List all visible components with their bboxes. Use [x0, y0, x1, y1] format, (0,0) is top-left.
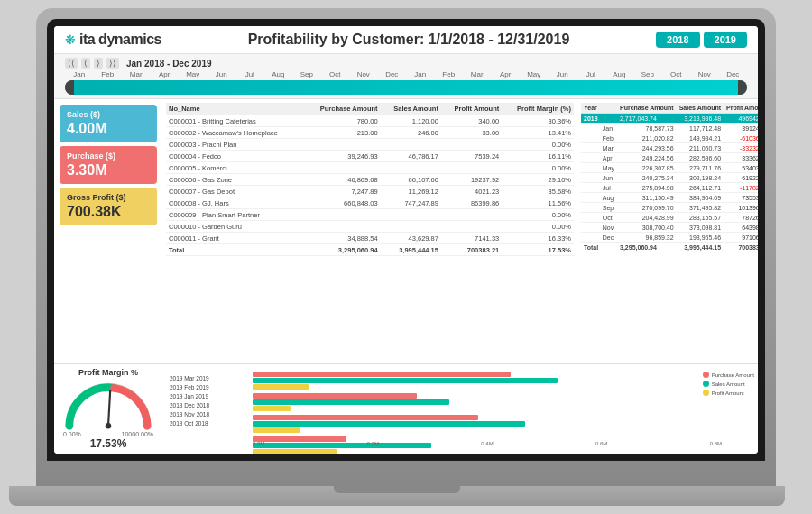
cell-name: C000001 - Britting Cafeterias	[166, 115, 304, 127]
month-year	[581, 193, 600, 203]
cell-name: C000007 - Gas Depot	[166, 186, 304, 197]
cell-margin: 0.00%	[502, 221, 574, 233]
timeline-bar[interactable]	[65, 80, 747, 95]
month-purchase: 78,587.73	[617, 124, 677, 133]
table-row: C000010 - Garden Guru 0.00%	[166, 221, 574, 233]
yearly-month-row: May 226,307.85 279,711.76 53403.91 19.09…	[581, 163, 758, 173]
year-2018-button[interactable]: 2018	[656, 32, 699, 48]
gauge-max: 10000.00%	[122, 431, 153, 437]
month-name: Apr	[600, 153, 617, 163]
year-2019-button[interactable]: 2019	[704, 32, 747, 48]
timeline-handle-left[interactable]	[65, 80, 74, 95]
month-sep-2: Sep	[633, 70, 662, 78]
month-year	[581, 133, 600, 143]
rewind-icon[interactable]: ⟨⟨	[65, 58, 78, 69]
col-purchase: Purchase Amount	[304, 103, 380, 115]
year-purchase: 2,717,043.74	[617, 114, 677, 124]
month-sales: 371,495.82	[677, 203, 724, 213]
cell-sales: 747,247.89	[381, 197, 441, 209]
gauge-svg	[60, 377, 157, 431]
gauge-area: Profit Margin %	[54, 364, 162, 454]
svg-line-0	[108, 390, 110, 426]
yearly-month-row: Feb 211,020.82 149,984.21 -61036.61 -40.…	[581, 133, 758, 143]
cell-sales: 46,786.17	[381, 151, 441, 162]
table-row: C000001 - Britting Cafeterias 780.00 1,1…	[166, 115, 574, 127]
cell-sales	[381, 221, 441, 233]
bar-chart-bars	[253, 372, 722, 443]
bar-label-1: 2019 Mar 2019	[170, 375, 209, 381]
cell-name: C000010 - Garden Guru	[166, 221, 304, 233]
cell-sales	[381, 209, 441, 221]
total-profit: 700383.21	[441, 244, 502, 256]
yearly-month-row: Sep 270,099.70 371,495.82 101396.12 27.2…	[581, 203, 758, 213]
table-row: C000007 - Gas Depot 7,247.89 11,269.12 4…	[166, 186, 574, 197]
month-profit: 101396.12	[724, 203, 758, 213]
forward-icon[interactable]: ⟩⟩	[106, 58, 119, 69]
bar-group	[253, 372, 722, 390]
month-jan-2: Jan	[406, 70, 435, 78]
kpi-profit-value: 700.38K	[67, 204, 150, 220]
month-profit: -33232.83	[724, 143, 758, 153]
table-row: C000009 - Plan Smart Partner 0.00%	[166, 209, 574, 221]
month-feb-1: Feb	[94, 70, 123, 78]
x-axis-04: 0.4M	[481, 441, 493, 446]
table-row: C000006 - Gas Zone 46,869.68 66,107.60 1…	[166, 174, 574, 186]
cell-name: C000011 - Grant	[166, 233, 304, 244]
cell-margin: 0.00%	[502, 209, 574, 221]
ycol-year: Year	[581, 103, 600, 114]
total-margin: 17.53%	[502, 244, 574, 256]
month-purchase: 249,224.56	[617, 153, 677, 163]
total-purchase: 3,295,060.94	[304, 244, 380, 256]
timeline-section: ⟨⟨ ⟨ ⟩ ⟩⟩ Jan 2018 - Dec 2019 Jan Feb Ma…	[54, 54, 758, 99]
month-apr-1: Apr	[151, 70, 180, 78]
bar-chart-labels: 2019 Mar 2019 2019 Feb 2019 2019 Jan 201…	[170, 375, 209, 427]
total-sales: 3,995,444.15	[381, 244, 441, 256]
legend-dot-profit	[703, 390, 709, 396]
ycol-month	[600, 103, 617, 114]
table-row: C000003 - Prachi Plan 0.00%	[166, 139, 574, 151]
cell-profit: 7141.33	[441, 233, 502, 244]
cell-margin: 11.56%	[502, 197, 574, 209]
logo-text: ita dynamics	[79, 32, 161, 48]
next-icon[interactable]: ⟩	[94, 58, 103, 69]
ycol-sales: Sales Amount	[677, 103, 724, 114]
month-purchase: 211,020.82	[617, 133, 677, 143]
cell-name: C000008 - GJ. Hars	[166, 197, 304, 209]
col-sales: Sales Amount	[381, 103, 441, 115]
prev-icon[interactable]: ⟨	[81, 58, 90, 69]
year-sales: 3,213,986.48	[677, 114, 724, 124]
kpi-sales-card: Sales ($) 4.00M	[60, 105, 157, 142]
month-profit: 39124.75	[724, 124, 758, 133]
yearly-month-row: Apr 249,224.56 282,586.60 33362.04 11.81…	[581, 153, 758, 163]
month-profit: 61922.90	[724, 173, 758, 183]
cell-profit	[441, 162, 502, 174]
month-jun-1: Jun	[208, 70, 236, 78]
cell-margin: 0.00%	[502, 162, 574, 174]
cell-sales: 11,269.12	[381, 186, 441, 197]
month-sales: 384,904.09	[677, 193, 724, 203]
yearly-month-row: Dec 96,859.32 193,965.46 97106.14 50.06%	[581, 233, 758, 243]
col-margin: Profit Margin (%)	[502, 103, 574, 115]
month-profit: 78726.58	[724, 213, 758, 223]
svg-point-1	[106, 423, 111, 428]
laptop-outer: ❋ ita dynamics Profitability by Customer…	[36, 8, 776, 486]
legend-profit-label: Profit Amount	[712, 390, 744, 396]
month-sep-1: Sep	[292, 70, 321, 78]
bar-chart-area: 2019 Mar 2019 2019 Feb 2019 2019 Jan 201…	[162, 364, 758, 454]
month-year	[581, 173, 600, 183]
cell-profit	[441, 221, 502, 233]
month-profit: -61036.61	[724, 133, 758, 143]
legend-sales-label: Sales Amount	[712, 381, 745, 387]
screen-bezel: ❋ ita dynamics Profitability by Customer…	[47, 19, 765, 461]
month-year	[581, 223, 600, 233]
month-purchase: 96,859.32	[617, 233, 677, 243]
kpi-purchase-value: 3.30M	[67, 162, 150, 179]
timeline-handle-right[interactable]	[738, 80, 747, 95]
bar-label-4: 2018 Dec 2018	[170, 402, 209, 408]
month-name: Oct	[600, 213, 617, 223]
cell-purchase	[304, 209, 380, 221]
legend-dot-purchase	[703, 372, 709, 378]
month-year	[581, 153, 600, 163]
yearly-year-row: 2018 2,717,043.74 3,213,986.48 496942.74…	[581, 114, 758, 124]
cell-margin: 30.36%	[502, 115, 574, 127]
